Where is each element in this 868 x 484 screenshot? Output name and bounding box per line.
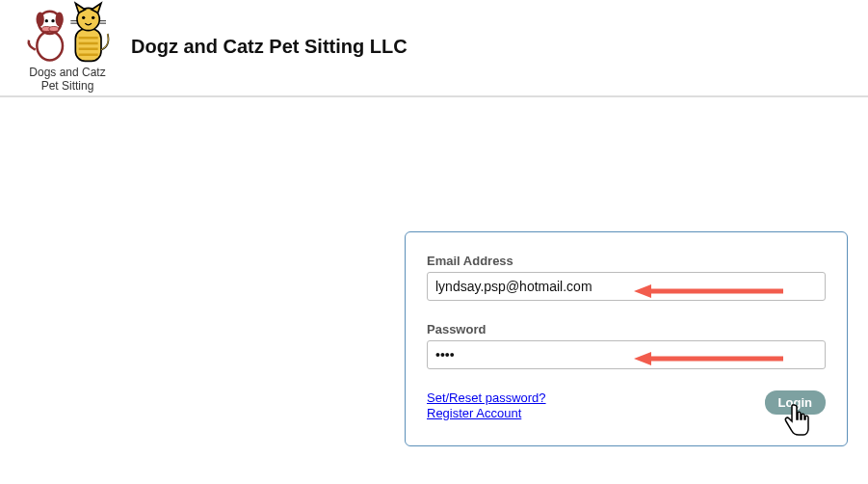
reset-password-link[interactable]: Set/Reset password? (427, 390, 546, 405)
company-logo: Dogs and Catz Pet Sitting (19, 0, 116, 94)
password-label: Password (427, 322, 826, 336)
password-group: Password (427, 322, 826, 369)
page-title: Dogz and Catz Pet Sitting LLC (131, 36, 408, 58)
help-links: Set/Reset password? Register Account (427, 390, 546, 420)
register-account-link[interactable]: Register Account (427, 406, 546, 420)
svg-rect-8 (75, 29, 101, 61)
email-label: Email Address (427, 254, 826, 268)
login-button[interactable]: Login (765, 390, 826, 415)
logo-caption: Dogs and Catz Pet Sitting (29, 66, 105, 94)
email-group: Email Address (427, 254, 826, 301)
login-form-panel: Email Address Password Set/Reset passwor… (405, 231, 848, 446)
dog-cat-logo-icon (19, 0, 116, 67)
svg-point-7 (51, 19, 54, 22)
svg-point-10 (82, 16, 85, 19)
email-field[interactable] (427, 272, 826, 301)
svg-point-5 (49, 27, 59, 32)
login-button-wrap: Login (765, 390, 826, 415)
svg-point-11 (92, 16, 94, 19)
svg-point-0 (37, 32, 63, 61)
svg-point-2 (37, 13, 44, 27)
form-footer: Set/Reset password? Register Account Log… (427, 390, 826, 420)
password-field[interactable] (427, 340, 826, 369)
page-header: Dogs and Catz Pet Sitting Dogz and Catz … (0, 0, 868, 97)
svg-point-3 (56, 13, 64, 27)
svg-point-6 (45, 19, 48, 22)
